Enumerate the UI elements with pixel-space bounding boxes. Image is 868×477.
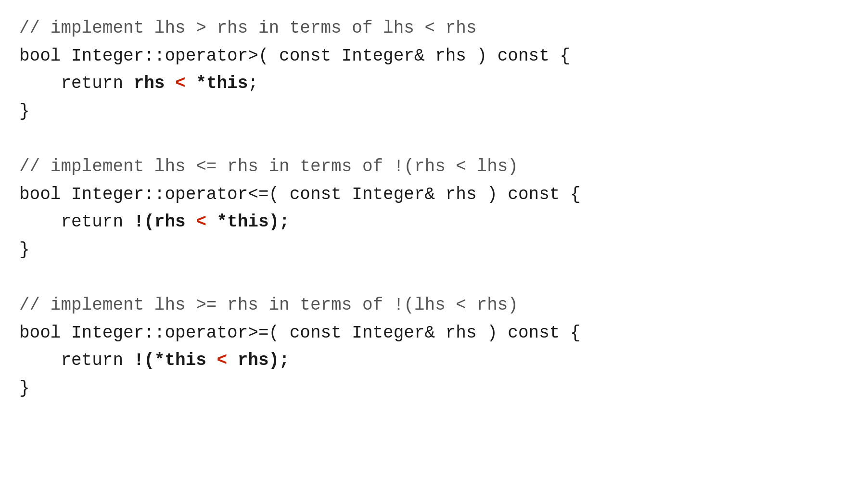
close-line-2: } [19,236,849,264]
bold-close-2: ); [269,212,290,232]
signature-line-2: bool Integer::operator<=( const Integer&… [19,181,849,209]
bold-rhs-1: rhs [134,74,165,93]
red-lt-3: < [217,351,227,370]
red-lt-2: < [196,212,206,232]
comment-line-3: // implement lhs >= rhs in terms of !(lh… [19,291,849,319]
comment-line-2: // implement lhs <= rhs in terms of !(rh… [19,153,849,181]
bold-this-1: *this [196,74,248,93]
blank-1 [19,125,849,153]
close-line-1: } [19,98,849,126]
blank-2 [19,264,849,291]
signature-line-3: bool Integer::operator>=( const Integer&… [19,319,849,347]
close-line-3: } [19,375,849,402]
return-line-1: return rhs < *this; [19,70,849,98]
return-line-3: return !(*this < rhs); [19,347,849,375]
return-line-2: return !(rhs < *this); [19,208,849,236]
bold-expr-3: !(*this [134,351,206,370]
bold-rhs-2: rhs [154,212,186,232]
red-lt-1: < [175,74,186,93]
bold-rhs-3: rhs [238,351,269,370]
code-display: // implement lhs > rhs in terms of lhs <… [19,14,849,402]
signature-line-1: bool Integer::operator>( const Integer& … [19,42,849,70]
bold-this-2: *this [217,212,269,232]
comment-line-1: // implement lhs > rhs in terms of lhs <… [19,14,849,42]
bold-expr-2: !( [134,212,154,232]
bold-close-3: ); [269,351,290,370]
